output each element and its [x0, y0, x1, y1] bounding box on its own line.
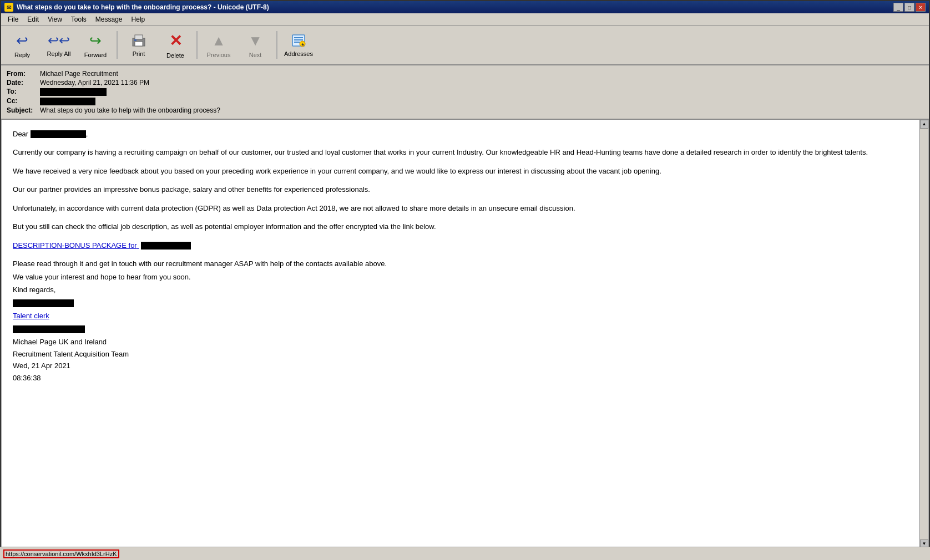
app-icon: ✉: [4, 3, 13, 12]
scroll-up-button[interactable]: ▲: [920, 120, 928, 129]
header-from-row: From: Michael Page Recruitment: [7, 70, 923, 78]
cc-redacted: [40, 98, 95, 105]
link-text: DESCRIPTION-BONUS PACKAGE for: [13, 241, 137, 250]
menu-bar: File Edit View Tools Message Help: [1, 13, 929, 26]
status-url: https://conservationil.com/WkxhId3LrHzK: [3, 549, 119, 558]
svg-rect-1: [135, 35, 143, 39]
addresses-label: Addresses: [284, 50, 313, 57]
name2-redacted: [13, 325, 85, 333]
menu-file[interactable]: File: [4, 14, 22, 24]
next-icon: ▼: [248, 32, 262, 49]
previous-label: Previous: [207, 52, 231, 58]
cc-label: Cc:: [7, 97, 40, 105]
cc-value: [40, 97, 923, 105]
subject-label: Subject:: [7, 106, 40, 114]
para7: We value your interest and hope to hear …: [13, 272, 908, 283]
signature-redacted-block: [13, 298, 908, 309]
maximize-button[interactable]: □: [904, 3, 914, 12]
svg-rect-7: [294, 42, 300, 43]
company-line2: Recruitment Talent Acquisition Team: [13, 349, 908, 360]
toolbar-separator-2: [196, 31, 198, 59]
reply-all-label: Reply All: [47, 50, 71, 57]
print-icon: [130, 33, 147, 48]
forward-button[interactable]: ↪ Forward: [78, 28, 113, 62]
toolbar-separator-3: [276, 31, 277, 59]
menu-help[interactable]: Help: [128, 14, 149, 24]
email-header: From: Michael Page Recruitment Date: Wed…: [1, 65, 929, 120]
link-paragraph: DESCRIPTION-BONUS PACKAGE for: [13, 240, 908, 251]
to-label: To:: [7, 88, 40, 96]
title-bar-left: ✉ What steps do you take to help with th…: [4, 3, 269, 12]
name-redacted: [13, 299, 74, 307]
addresses-button[interactable]: ★ Addresses: [281, 28, 316, 62]
subject-value: What steps do you take to help with the …: [40, 106, 923, 114]
print-button[interactable]: Print: [121, 28, 156, 62]
addresses-icon: ★: [290, 33, 307, 48]
greeting-paragraph: Dear ,: [13, 129, 908, 140]
title-bar: ✉ What steps do you take to help with th…: [1, 1, 929, 13]
company-line1: Michael Page UK and Ireland: [13, 337, 908, 348]
menu-edit[interactable]: Edit: [24, 14, 42, 24]
print-label: Print: [133, 50, 145, 57]
status-bar: https://conservationil.com/WkxhId3LrHzK: [0, 547, 930, 560]
close-button[interactable]: ✕: [916, 3, 926, 12]
next-button[interactable]: ▼ Next: [237, 28, 273, 62]
menu-message[interactable]: Message: [92, 14, 126, 24]
date-sig: Wed, 21 Apr 2021: [13, 360, 908, 371]
svg-rect-6: [294, 39, 303, 40]
para3: Our our partner provides an impressive b…: [13, 184, 908, 195]
reply-all-icon: ↩↩: [48, 33, 70, 48]
time-sig: 08:36:38: [13, 373, 908, 384]
greeting-text: Dear: [13, 130, 28, 138]
from-label: From:: [7, 70, 40, 78]
main-window: ✉ What steps do you take to help with th…: [0, 0, 930, 560]
reply-icon: ↩: [16, 32, 28, 49]
forward-icon: ↪: [89, 32, 102, 49]
email-body-area: Dear , Currently our company is having a…: [1, 120, 929, 549]
para2: We have received a very nice feedback ab…: [13, 166, 908, 177]
reply-label: Reply: [14, 52, 30, 58]
to-value: [40, 88, 923, 96]
forward-label: Forward: [84, 52, 107, 58]
description-link[interactable]: DESCRIPTION-BONUS PACKAGE for: [13, 241, 191, 250]
header-subject-row: Subject: What steps do you take to help …: [7, 106, 923, 114]
signature-redacted-2: [13, 324, 908, 335]
previous-icon: ▲: [211, 32, 226, 49]
para1: Currently our company is having a recrui…: [13, 147, 908, 158]
header-date-row: Date: Wednesday, April 21, 2021 11:36 PM: [7, 79, 923, 86]
menu-tools[interactable]: Tools: [68, 14, 90, 24]
delete-label: Delete: [166, 52, 184, 59]
svg-rect-3: [134, 39, 137, 41]
delete-button[interactable]: ✕ Delete: [158, 28, 193, 62]
svg-rect-2: [135, 42, 143, 46]
para8: Kind regards,: [13, 284, 908, 296]
scrollbar: ▲ ▼: [919, 120, 928, 548]
header-to-row: To:: [7, 88, 923, 96]
svg-text:★: ★: [301, 42, 305, 47]
delete-icon: ✕: [169, 32, 182, 50]
recipient-redacted: [31, 130, 86, 138]
toolbar: ↩ Reply ↩↩ Reply All ↪ Forward Print ✕ D…: [1, 26, 929, 65]
date-label: Date:: [7, 79, 40, 86]
next-label: Next: [249, 52, 262, 58]
window-title: What steps do you take to help with the …: [17, 3, 269, 11]
talent-clerk-link[interactable]: Talent clerk: [13, 312, 49, 320]
para6: Please read through it and get in touch …: [13, 258, 908, 269]
date-value: Wednesday, April 21, 2021 11:36 PM: [40, 79, 923, 86]
previous-button[interactable]: ▲ Previous: [201, 28, 236, 62]
header-cc-row: Cc:: [7, 97, 923, 105]
from-value: Michael Page Recruitment: [40, 70, 923, 78]
link-redacted: [141, 242, 191, 250]
to-redacted: [40, 88, 107, 96]
reply-button[interactable]: ↩ Reply: [4, 28, 40, 62]
toolbar-separator-1: [117, 31, 118, 59]
menu-view[interactable]: View: [44, 14, 65, 24]
reply-all-button[interactable]: ↩↩ Reply All: [41, 28, 77, 62]
email-body-content: Dear , Currently our company is having a…: [2, 120, 919, 548]
signature-link-paragraph: Talent clerk: [13, 310, 908, 322]
para5: But you still can check the official job…: [13, 221, 908, 232]
title-bar-controls: _ □ ✕: [893, 3, 926, 12]
svg-rect-5: [294, 37, 303, 38]
minimize-button[interactable]: _: [893, 3, 903, 12]
scroll-track: [920, 129, 928, 539]
